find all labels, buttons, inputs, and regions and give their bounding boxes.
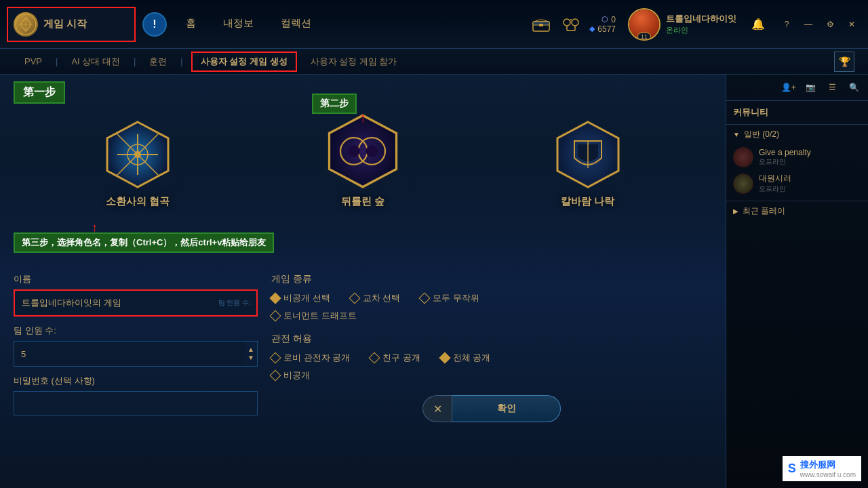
team-size-arrows: ▲ ▼ bbox=[245, 344, 257, 363]
friend-name-2: 대원시러 bbox=[759, 173, 791, 184]
radio-all-public[interactable]: 전체 공개 bbox=[441, 352, 491, 364]
main-content: 第一步 bbox=[0, 75, 868, 488]
spectate-row1: 로비 관전자 공개 친구 공개 전체 공개 bbox=[271, 352, 712, 364]
form-left: 이름 팀 인원 수: 팀 인원 수: ▲ ▼ bbox=[14, 273, 258, 422]
nav-links: 홈 내정보 컬렉션 bbox=[180, 14, 530, 34]
input-hint: 팀 인원 수: bbox=[218, 298, 251, 308]
radio-tournament-draft[interactable]: 토너먼트 드래프트 bbox=[271, 310, 357, 322]
nav-profile[interactable]: 내정보 bbox=[218, 14, 259, 34]
confirm-label: 확인 bbox=[497, 403, 516, 415]
logo-area[interactable]: 게임 시작 bbox=[7, 7, 136, 42]
friend-info-2: 대원시러 오프라인 bbox=[759, 173, 791, 194]
right-sidebar: 👤+ 📷 ☰ 🔍 커뮤니티 ▼ 일반 (0/2) Give a penalty … bbox=[726, 75, 868, 488]
recent-toggle-icon: ▶ bbox=[733, 207, 738, 215]
radio-label: 토너먼트 드래프트 bbox=[283, 310, 357, 322]
maps-row: 소환사의 협곡 第二步 ↑ bbox=[14, 114, 712, 208]
alert-icon[interactable]: ! bbox=[142, 12, 167, 37]
radio-icon bbox=[369, 352, 380, 364]
team-size-down[interactable]: ▼ bbox=[248, 354, 254, 362]
friend-avatar-2 bbox=[733, 174, 753, 194]
list-icon[interactable]: ☰ bbox=[823, 79, 841, 96]
tab-custom-join[interactable]: 사용자 설정 게임 참가 bbox=[302, 53, 406, 70]
confirm-area: ✕ 확인 bbox=[271, 395, 712, 422]
recent-play-section: ▶ 최근 플레이 bbox=[726, 201, 868, 221]
name-input-wrapper: 팀 인원 수: bbox=[14, 289, 258, 317]
team-size-input[interactable] bbox=[14, 342, 245, 366]
step3-annotation: 第三步，选择角色名，复制（Ctrl+C），然后ctrl+v粘贴给朋友 bbox=[14, 232, 274, 253]
nav-collection[interactable]: 컬렉션 bbox=[275, 14, 317, 34]
form-area: 이름 팀 인원 수: 팀 인원 수: ▲ ▼ bbox=[14, 273, 712, 422]
friend-status-2: 오프라인 bbox=[759, 184, 791, 194]
general-section: ▼ 일반 (0/2) Give a penalty 오프라인 대원시러 오프라인 bbox=[726, 125, 868, 201]
team-size-up[interactable]: ▲ bbox=[248, 346, 254, 354]
cancel-icon: ✕ bbox=[433, 403, 442, 415]
notification-icon[interactable]: 🔔 bbox=[749, 15, 768, 34]
name-label: 이름 bbox=[14, 273, 258, 285]
blue-essence-icon: ◆ bbox=[589, 24, 595, 33]
radio-private[interactable]: 비공개 bbox=[271, 369, 310, 382]
map-summoners-rift[interactable]: 소환사의 협곡 bbox=[104, 121, 172, 208]
confirm-button[interactable]: 확인 bbox=[452, 395, 561, 422]
game-type-row2: 토너먼트 드래프트 bbox=[271, 310, 712, 322]
profile-avatar: 11 bbox=[628, 8, 660, 41]
radio-icon bbox=[349, 293, 360, 304]
password-input[interactable] bbox=[14, 391, 258, 415]
watermark-info: 搜外服网 www.sowaif u.com bbox=[800, 459, 856, 479]
profile-name: 트롤입네다하이잇 bbox=[666, 13, 736, 25]
close-icon[interactable]: ✕ bbox=[842, 15, 861, 34]
map-twisted-treeline[interactable]: 第二步 ↑ bbox=[326, 114, 400, 208]
camera-icon[interactable]: 📷 bbox=[802, 79, 819, 96]
question-icon[interactable]: ? bbox=[777, 15, 796, 34]
map3-label: 칼바람 나락 bbox=[561, 195, 614, 208]
svg-point-19 bbox=[348, 145, 360, 157]
radio-private-pick[interactable]: 비공개 선택 bbox=[271, 292, 330, 304]
profile-area[interactable]: 11 트롤입네다하이잇 온라인 bbox=[628, 8, 736, 41]
tab-custom-create[interactable]: 사용자 설정 게임 생성 bbox=[191, 52, 297, 72]
community-title: 커뮤니티 bbox=[733, 107, 768, 117]
radio-label: 교차 선택 bbox=[363, 292, 401, 304]
radio-label: 친구 공개 bbox=[382, 352, 420, 364]
radio-label: 전체 공개 bbox=[453, 352, 491, 364]
radio-icon bbox=[419, 293, 431, 304]
nav-home[interactable]: 홈 bbox=[180, 14, 201, 34]
friend-item-1[interactable]: Give a penalty 오프라인 bbox=[733, 144, 861, 170]
radio-label: 모두 무작위 bbox=[433, 292, 479, 304]
tab-ai[interactable]: AI 상대 대전 bbox=[60, 52, 131, 72]
friend-item-2[interactable]: 대원시러 오프라인 bbox=[733, 170, 861, 197]
cancel-button[interactable]: ✕ bbox=[422, 395, 452, 422]
radio-all-random[interactable]: 모두 무작위 bbox=[420, 292, 479, 304]
recent-play-header[interactable]: ▶ 최근 플레이 bbox=[733, 205, 861, 217]
recent-play-label: 최근 플레이 bbox=[743, 205, 785, 217]
game-type-row1: 비공개 선택 교차 선택 모두 무작위 bbox=[271, 292, 712, 304]
spectate-section: 관전 허용 로비 관전자 공개 친구 공개 전체 공개 bbox=[271, 333, 712, 382]
map-aram[interactable]: 칼바람 나락 bbox=[554, 121, 622, 208]
section-toggle-icon: ▼ bbox=[733, 131, 740, 138]
trophy-button[interactable]: 🏆 bbox=[834, 52, 854, 72]
svg-point-20 bbox=[366, 145, 378, 157]
riot-points-icon: ⬡ bbox=[601, 15, 608, 24]
svg-marker-16 bbox=[329, 115, 396, 187]
radio-cross-pick[interactable]: 교차 선택 bbox=[351, 292, 401, 304]
form-right: 게임 종류 비공개 선택 교차 선택 모두 무작위 bbox=[271, 273, 712, 422]
radio-lobby-public[interactable]: 로비 관전자 공개 bbox=[271, 352, 350, 364]
general-section-header[interactable]: ▼ 일반 (0/2) bbox=[733, 129, 861, 140]
tab-training[interactable]: 훈련 bbox=[138, 52, 178, 72]
minimize-icon[interactable]: — bbox=[799, 15, 818, 34]
spectate-row2: 비공개 bbox=[271, 369, 712, 382]
radio-friends-public[interactable]: 친구 공개 bbox=[370, 352, 420, 364]
map1-label: 소환사의 협곡 bbox=[106, 195, 170, 208]
store-icon[interactable] bbox=[559, 13, 583, 36]
svg-point-6 bbox=[564, 19, 570, 26]
tab-pvp[interactable]: PVP bbox=[14, 52, 53, 70]
search-icon[interactable]: 🔍 bbox=[845, 79, 863, 96]
radio-icon bbox=[270, 310, 281, 322]
sidebar-toolbar: 👤+ 📷 ☰ 🔍 bbox=[726, 75, 868, 101]
chest-icon[interactable] bbox=[530, 13, 553, 36]
community-header: 커뮤니티 bbox=[726, 101, 868, 125]
radio-label: 비공개 선택 bbox=[283, 292, 330, 304]
trophy-icon: 🏆 bbox=[839, 56, 850, 67]
friend-info-1: Give a penalty 오프라인 bbox=[759, 148, 811, 167]
free-currency-row: ⬡ 0 bbox=[601, 15, 616, 24]
settings-icon[interactable]: ⚙ bbox=[821, 15, 840, 34]
add-friend-icon[interactable]: 👤+ bbox=[780, 79, 797, 96]
